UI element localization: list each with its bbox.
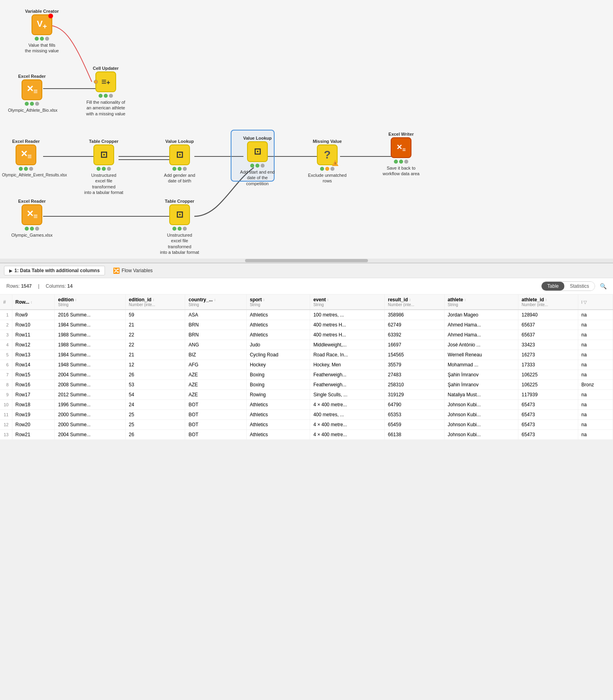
col-sport[interactable]: sport ↕ String [246, 295, 310, 310]
cell-event: 4 × 400 metre... [310, 400, 385, 410]
cell-result-id: 358986 [385, 310, 445, 320]
node-excel-writer[interactable]: Excel Writer ✕≡ Save it back toworkflow … [381, 132, 421, 177]
cell-row: Row11 [12, 330, 55, 340]
node-icon[interactable]: ≡+ [95, 71, 116, 92]
node-label-top: Cell Updater [93, 66, 119, 71]
col-athlete[interactable]: athlete ↕ String [444, 295, 518, 310]
node-dots [99, 94, 113, 98]
cell-edition-id: 26 [125, 430, 185, 440]
data-info-left: Rows: 1547 | Columns: 14 [6, 283, 73, 289]
cell-country: ANG [185, 340, 246, 350]
col-edition-id[interactable]: edition_id ↕ Number (inte... [125, 295, 185, 310]
node-cell-updater[interactable]: Cell Updater ≡+ Fill the nationality ofa… [86, 66, 126, 117]
cell-athlete-id: 65473 [518, 410, 578, 420]
node-icon[interactable]: ✕≡ [391, 137, 411, 158]
cell-extra: na [578, 410, 613, 420]
cell-athlete: Johnson Kubi... [444, 420, 518, 430]
cell-row: Row15 [12, 370, 55, 380]
node-label: Olympic_Games.xlsx [11, 232, 52, 238]
cell-num: 9 [0, 390, 12, 400]
node-dots [172, 167, 187, 171]
cell-num: 4 [0, 340, 12, 350]
cell-event: Hockey, Men [310, 360, 385, 370]
cell-result-id: 319129 [385, 390, 445, 400]
cell-result-id: 65353 [385, 410, 445, 420]
node-icon[interactable]: V+ [32, 14, 52, 35]
cell-country: BRN [185, 320, 246, 330]
node-excel-reader-1[interactable]: Excel Reader ✕≡ Olympic_Athlete_Bio.xlsx [12, 74, 52, 113]
col-filter[interactable]: l ▽ [578, 295, 613, 310]
node-excel-reader-2[interactable]: Excel Reader ✕≡ Olympic_Athlete_Event_Re… [6, 139, 46, 178]
search-button[interactable]: 🔍 [600, 283, 607, 289]
red-dot [48, 14, 53, 18]
col-result-id[interactable]: result_id ↕ Number (inte... [385, 295, 445, 310]
node-value-lookup-1[interactable]: Value Lookup ⊡ Add gender anddate of bir… [160, 139, 200, 184]
cell-athlete: Nataliya Must... [444, 390, 518, 400]
cell-sport: Hockey [246, 360, 310, 370]
cell-result-id: 35579 [385, 360, 445, 370]
toggle-table[interactable]: Table [542, 282, 564, 291]
cell-extra: na [578, 330, 613, 340]
cell-num: 11 [0, 410, 12, 420]
toggle-statistics[interactable]: Statistics [564, 282, 595, 291]
tab-flow-variables[interactable]: 🔀 Flow Variables [108, 266, 158, 275]
node-missing-value[interactable]: Missing Value ? ! Exclude unmatched rows [307, 139, 347, 184]
node-dots [19, 167, 33, 171]
table-row: 1 Row9 2016 Summe... 59 ASA Athletics 10… [0, 310, 613, 320]
cell-sport: Athletics [246, 420, 310, 430]
table-container: # Row... ↕ edition ↕ String edition_id ↕… [0, 295, 613, 440]
table-row: 5 Row13 1984 Summe... 21 BIZ Cycling Roa… [0, 350, 613, 360]
node-excel-reader-3[interactable]: Excel Reader ✕≡ Olympic_Games.xlsx [12, 199, 52, 238]
node-table-cropper-1[interactable]: Table Cropper ⊡ Unstructuredexcel file t… [84, 139, 124, 195]
col-event[interactable]: event ↕ String [310, 295, 385, 310]
connections-svg [0, 0, 613, 263]
cell-extra: na [578, 360, 613, 370]
node-icon[interactable]: ⊡ [93, 144, 114, 165]
cell-edition-id: 25 [125, 410, 185, 420]
cell-country: BOT [185, 400, 246, 410]
view-toggle: Table Statistics [541, 281, 595, 291]
cell-country: ASA [185, 310, 246, 320]
scroll-thumb[interactable] [245, 259, 368, 262]
node-dots [394, 160, 408, 164]
node-icon[interactable]: ✕≡ [22, 204, 42, 225]
node-icon[interactable]: ✕≡ [22, 79, 42, 100]
cell-athlete: Jordan Mageo [444, 310, 518, 320]
cell-athlete: Johnson Kubi... [444, 410, 518, 420]
node-dots [25, 102, 39, 106]
cell-athlete: Ahmed Hama... [444, 330, 518, 340]
col-edition[interactable]: edition ↕ String [55, 295, 125, 310]
table-row: 9 Row17 2012 Summe... 54 AZE Rowing Sing… [0, 390, 613, 400]
node-variable-creator[interactable]: Variable Creator V+ Value that fillsthe … [22, 9, 62, 54]
cell-edition: 1988 Summe... [55, 330, 125, 340]
node-icon[interactable]: ✕≡ [16, 144, 36, 165]
cell-event: Featherweigh... [310, 370, 385, 380]
table-row: 4 Row12 1988 Summe... 22 ANG Judo Middle… [0, 340, 613, 350]
rows-info: Rows: 1547 [6, 283, 32, 289]
cell-athlete-id: 117939 [518, 390, 578, 400]
cell-athlete: Wernell Reneau [444, 350, 518, 360]
h-scrollbar[interactable] [0, 259, 613, 263]
cell-edition-id: 22 [125, 340, 185, 350]
node-table-cropper-2[interactable]: Table Cropper ⊡ Unstructuredexcel file t… [160, 199, 200, 255]
node-icon[interactable]: ⊡ [247, 141, 268, 162]
cell-edition: 1984 Summe... [55, 350, 125, 360]
node-icon[interactable]: ? ! [317, 144, 338, 165]
node-icon[interactable]: ⊡ [169, 144, 190, 165]
tab-data-table[interactable]: ▶ 1: Data Table with additional columns [4, 266, 105, 275]
node-dots [172, 227, 187, 231]
cell-athlete: José António ... [444, 340, 518, 350]
node-label-top: Table Cropper [89, 139, 119, 144]
cell-edition-id: 21 [125, 350, 185, 360]
col-athlete-id[interactable]: athlete_id ↕ Number (inte... [518, 295, 578, 310]
node-value-lookup-2[interactable]: Value Lookup ⊡ Add start and enddate of … [237, 136, 277, 186]
col-country[interactable]: country_... ↕ String [185, 295, 246, 310]
node-label: Save it back toworkflow data area [383, 165, 419, 177]
cell-country: BOT [185, 420, 246, 430]
cell-extra: Bronz [578, 380, 613, 390]
cell-athlete-id: 17333 [518, 360, 578, 370]
cell-edition: 2004 Summe... [55, 370, 125, 380]
cell-extra: na [578, 420, 613, 430]
node-icon[interactable]: ⊡ [169, 204, 190, 225]
node-label: Unstructuredexcel file transformedinto a… [84, 172, 124, 195]
